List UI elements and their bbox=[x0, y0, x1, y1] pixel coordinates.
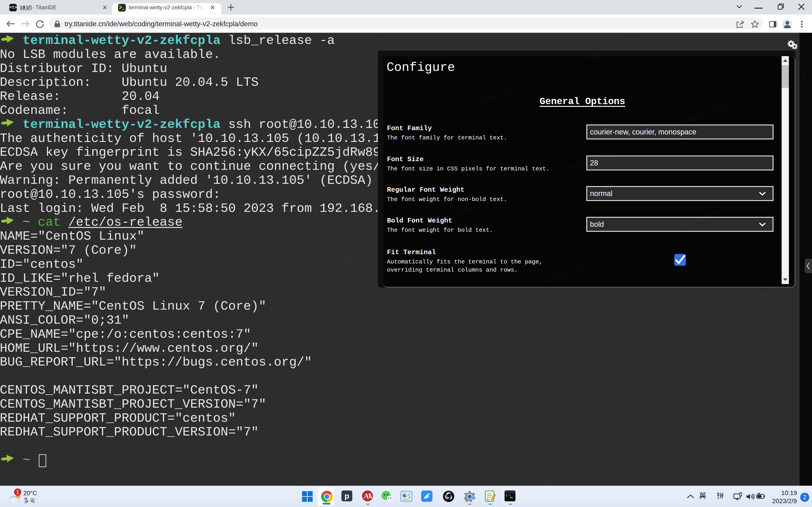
svg-text:A: A bbox=[364, 492, 369, 500]
svg-text:p: p bbox=[345, 492, 349, 500]
svg-text:C:\_: C:\_ bbox=[506, 494, 513, 497]
